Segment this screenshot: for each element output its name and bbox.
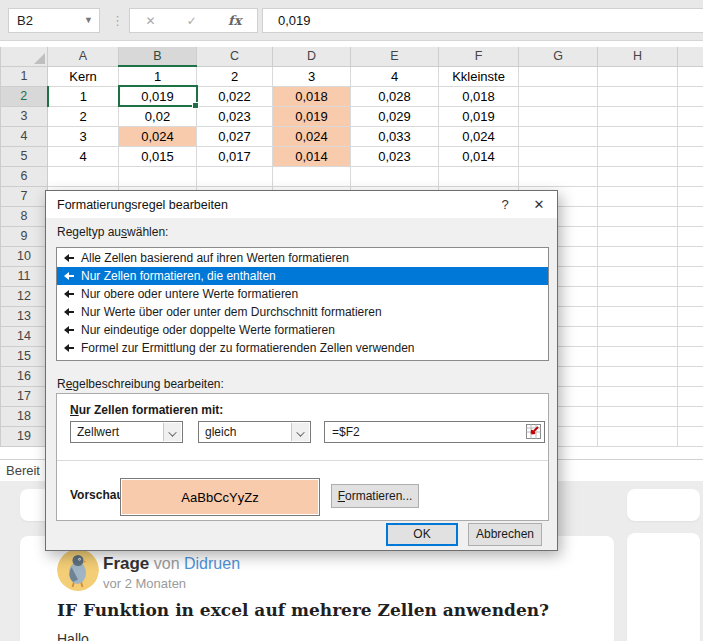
row-header-17[interactable]: 17: [1, 386, 48, 406]
cell-B4[interactable]: 0,024: [119, 126, 197, 146]
cell-H6[interactable]: [598, 166, 678, 186]
cell-G3[interactable]: [519, 106, 598, 126]
enter-entry-icon[interactable]: ✓: [187, 14, 197, 28]
cell-H1[interactable]: [598, 66, 678, 86]
column-header-E[interactable]: E: [351, 47, 439, 66]
rule-type-option-3[interactable]: Nur obere oder untere Werte formatieren: [57, 285, 548, 303]
name-box-dropdown-icon[interactable]: ▼: [84, 9, 93, 32]
cell-E1[interactable]: 4: [351, 66, 439, 86]
cell-G5[interactable]: [519, 146, 598, 166]
row-header-18[interactable]: 18: [1, 406, 48, 426]
row-header-8[interactable]: 8: [1, 206, 48, 226]
cell-C4[interactable]: 0,027: [197, 126, 273, 146]
row-header-9[interactable]: 9: [1, 226, 48, 246]
cell-H3[interactable]: [598, 106, 678, 126]
chevron-down-icon[interactable]: [291, 423, 309, 441]
row-header-6[interactable]: 6: [1, 166, 48, 186]
range-selector-icon[interactable]: [524, 423, 543, 441]
cell-E3[interactable]: 0,029: [351, 106, 439, 126]
column-header-F[interactable]: F: [439, 47, 519, 66]
row-header-5[interactable]: 5: [1, 146, 48, 166]
cell-D4[interactable]: 0,024: [273, 126, 351, 146]
cell-B3[interactable]: 0,02: [119, 106, 197, 126]
column-header-C[interactable]: C: [197, 47, 273, 66]
row-header-19[interactable]: 19: [1, 426, 48, 446]
cell-E2[interactable]: 0,028: [351, 86, 439, 106]
cell-G6[interactable]: [519, 166, 598, 186]
cell-A5[interactable]: 4: [48, 146, 119, 166]
cell-C3[interactable]: 0,023: [197, 106, 273, 126]
row-header-12[interactable]: 12: [1, 286, 48, 306]
cell-D3[interactable]: 0,019: [273, 106, 351, 126]
column-header-G[interactable]: G: [519, 47, 598, 66]
cell-C5[interactable]: 0,017: [197, 146, 273, 166]
help-icon[interactable]: ?: [489, 197, 521, 212]
cell-H14[interactable]: [598, 326, 678, 346]
rule-type-option-4[interactable]: Nur Werte über oder unter dem Durchschni…: [57, 303, 548, 321]
cell-H19[interactable]: [598, 426, 678, 446]
row-header-2[interactable]: 2: [1, 86, 48, 106]
cell-E6[interactable]: [351, 166, 439, 186]
cell-H4[interactable]: [598, 126, 678, 146]
close-icon[interactable]: ✕: [521, 197, 557, 212]
cell-H11[interactable]: [598, 266, 678, 286]
cell-G4[interactable]: [519, 126, 598, 146]
rule-type-option-1[interactable]: Alle Zellen basierend auf ihren Werten f…: [57, 249, 548, 267]
author-link[interactable]: Didruen: [184, 555, 240, 572]
rule-type-option-6[interactable]: Formel zur Ermittlung der zu formatieren…: [57, 339, 548, 357]
cell-H2[interactable]: [598, 86, 678, 106]
column-header-B[interactable]: B: [119, 47, 197, 66]
row-header-7[interactable]: 7: [1, 186, 48, 206]
column-header-D[interactable]: D: [273, 47, 351, 66]
cell-G2[interactable]: [519, 86, 598, 106]
cell-E4[interactable]: 0,033: [351, 126, 439, 146]
select-all-corner[interactable]: [1, 47, 48, 66]
cell-G1[interactable]: [519, 66, 598, 86]
cell-F6[interactable]: [439, 166, 519, 186]
row-header-15[interactable]: 15: [1, 346, 48, 366]
cell-H7[interactable]: [598, 186, 678, 206]
criteria-formula-input[interactable]: =$F2: [324, 421, 545, 443]
cancel-button[interactable]: Abbrechen: [468, 523, 542, 546]
rule-type-option-5[interactable]: Nur eindeutige oder doppelte Werte forma…: [57, 321, 548, 339]
ok-button[interactable]: OK: [386, 523, 458, 546]
row-header-11[interactable]: 11: [1, 266, 48, 286]
insert-function-icon[interactable]: fx: [228, 13, 241, 28]
rule-type-option-2[interactable]: Nur Zellen formatieren, die enthalten: [57, 267, 548, 285]
name-box[interactable]: B2 ▼: [8, 8, 100, 33]
cell-H8[interactable]: [598, 206, 678, 226]
cell-B6[interactable]: [119, 166, 197, 186]
cell-H10[interactable]: [598, 246, 678, 266]
cell-C6[interactable]: [197, 166, 273, 186]
cell-H18[interactable]: [598, 406, 678, 426]
row-header-16[interactable]: 16: [1, 366, 48, 386]
cell-D1[interactable]: 3: [273, 66, 351, 86]
cell-H5[interactable]: [598, 146, 678, 166]
cell-A4[interactable]: 3: [48, 126, 119, 146]
chevron-down-icon[interactable]: [163, 423, 181, 441]
cell-E5[interactable]: 0,023: [351, 146, 439, 166]
cell-H13[interactable]: [598, 306, 678, 326]
row-header-1[interactable]: 1: [1, 66, 48, 86]
cell-H16[interactable]: [598, 366, 678, 386]
row-header-4[interactable]: 4: [1, 126, 48, 146]
cell-D2[interactable]: 0,018: [273, 86, 351, 106]
row-header-10[interactable]: 10: [1, 246, 48, 266]
cell-A3[interactable]: 2: [48, 106, 119, 126]
cell-A1[interactable]: Kern: [48, 66, 119, 86]
row-header-14[interactable]: 14: [1, 326, 48, 346]
cell-F3[interactable]: 0,019: [439, 106, 519, 126]
cell-C1[interactable]: 2: [197, 66, 273, 86]
cell-C2[interactable]: 0,022: [197, 86, 273, 106]
format-button[interactable]: Formatieren...: [331, 484, 419, 508]
row-header-3[interactable]: 3: [1, 106, 48, 126]
cell-B5[interactable]: 0,015: [119, 146, 197, 166]
cancel-entry-icon[interactable]: ✕: [146, 14, 156, 28]
cell-D6[interactable]: [273, 166, 351, 186]
fill-handle[interactable]: [192, 102, 199, 109]
cell-H17[interactable]: [598, 386, 678, 406]
cell-H12[interactable]: [598, 286, 678, 306]
cell-F5[interactable]: 0,014: [439, 146, 519, 166]
formula-input[interactable]: 0,019: [262, 8, 703, 33]
cell-A2[interactable]: 1: [48, 86, 119, 106]
